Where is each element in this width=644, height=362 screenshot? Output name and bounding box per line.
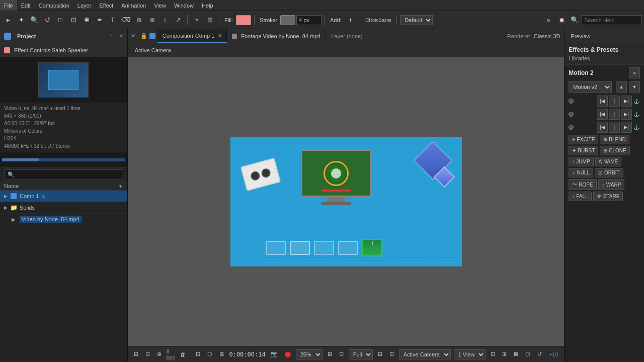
zoom-tool[interactable]: 🔍 xyxy=(28,14,40,26)
ease-out2[interactable]: ▶| xyxy=(621,109,632,120)
fill-color[interactable] xyxy=(236,15,251,25)
comp-tab-close[interactable]: ✕ xyxy=(128,29,138,43)
camera-select[interactable]: Active Camera xyxy=(399,349,451,359)
menu-window[interactable]: Window xyxy=(170,0,198,11)
name-btn[interactable]: A NAME xyxy=(595,157,622,166)
burst-btn[interactable]: ✦ BURST xyxy=(569,146,598,155)
playback-btn3[interactable]: ⊠ xyxy=(217,350,226,358)
menu-effect[interactable]: Effect xyxy=(95,0,117,11)
project-item-comp1[interactable]: ▶ Comp 1 ⊞ xyxy=(0,191,127,202)
ease-anchor1[interactable]: ⚓ xyxy=(633,99,640,104)
pen-tool[interactable]: ✦ xyxy=(15,14,27,26)
view-btn5[interactable]: ⬡ xyxy=(523,350,532,358)
null-btn[interactable]: ○ NULL xyxy=(569,168,593,177)
fall-btn[interactable]: ↓ FALL xyxy=(569,192,591,201)
ease-dot3[interactable] xyxy=(569,125,574,130)
warp-btn[interactable]: ⌂ WARP xyxy=(598,179,625,190)
ease-anchor2[interactable]: ⚓ xyxy=(633,112,640,117)
m2-up-btn[interactable]: ▲ xyxy=(616,81,627,93)
zoom-select[interactable]: 25% xyxy=(296,349,323,359)
default-dropdown[interactable]: Default xyxy=(400,15,433,25)
clone-btn[interactable]: ⊞ CLONE xyxy=(600,146,629,155)
orbit-btn[interactable]: ◎ ORBIT xyxy=(595,168,623,177)
brush-tool[interactable]: ✱ xyxy=(80,14,93,26)
ease-out3[interactable]: ▶| xyxy=(621,122,632,133)
comp-tab[interactable]: Composition Comp 1 ≡ xyxy=(157,29,227,43)
snap-tool[interactable]: ✦ xyxy=(191,14,203,26)
project-item-solids[interactable]: ▶ 📁 Solids xyxy=(0,202,127,214)
rope-btn[interactable]: 〜 ROPE xyxy=(569,179,596,190)
trash-btn[interactable]: 🗑 xyxy=(178,350,188,358)
comp1-triangle[interactable]: ▶ xyxy=(4,194,8,199)
playback-btn1[interactable]: ⊡ xyxy=(194,350,202,358)
search-btn[interactable]: 🔍 xyxy=(569,14,581,26)
project-expand-icon[interactable]: ✕ xyxy=(119,33,123,39)
add-btn[interactable]: + xyxy=(345,14,357,26)
project-search-input[interactable] xyxy=(4,169,123,179)
fit-btn[interactable]: ⊞ xyxy=(326,350,334,358)
expand-btn[interactable]: » xyxy=(542,14,554,26)
camera-tool[interactable]: ↗ xyxy=(172,14,184,26)
play-btn[interactable]: ⊟ xyxy=(132,350,140,358)
trans-btn[interactable]: ⊡ xyxy=(387,350,396,358)
ease-out1[interactable]: ▶| xyxy=(621,96,632,107)
plus10-btn[interactable]: +10 xyxy=(547,350,560,358)
menu-composition[interactable]: Composition xyxy=(35,0,73,11)
menu-help[interactable]: Help xyxy=(198,0,217,11)
ease-mid1[interactable]: | xyxy=(609,96,620,107)
info-btn[interactable]: 🔲 xyxy=(555,14,568,26)
menu-file[interactable]: File xyxy=(0,0,17,11)
footage-tab[interactable]: Footage Video by None_84.mp4 xyxy=(227,29,326,43)
ease-mid3[interactable]: | xyxy=(609,122,620,133)
playback-btn2[interactable]: ⬡ xyxy=(205,350,214,358)
loop-btn[interactable]: ⊡ xyxy=(143,350,152,358)
ease-dot1[interactable] xyxy=(569,99,574,104)
blend-btn[interactable]: ⊕ BLEND xyxy=(600,135,629,144)
cam-icon[interactable]: 📷 xyxy=(269,350,280,358)
search-help-input[interactable] xyxy=(582,15,642,25)
snap-btn[interactable]: ⊡ xyxy=(337,350,346,358)
ease-in3[interactable]: |◀ xyxy=(597,122,608,133)
lock-icon[interactable]: 🔒 xyxy=(138,29,149,43)
canvas-area[interactable]: 人人素材 人人素材 xyxy=(128,57,565,346)
view-btn3[interactable]: ⊞ xyxy=(500,350,509,358)
ease-in1[interactable]: |◀ xyxy=(597,96,608,107)
brush-tool2[interactable]: ⌫ xyxy=(120,14,132,26)
color-btn[interactable]: ⬤ xyxy=(283,350,293,358)
comp-tab-menu[interactable]: ≡ xyxy=(218,33,221,38)
layer-tab[interactable]: Layer (none) xyxy=(326,29,367,43)
stroke-width-input[interactable] xyxy=(296,15,321,25)
ease-in2[interactable]: |◀ xyxy=(597,109,608,120)
view-btn2[interactable]: ⊡ xyxy=(489,350,497,358)
rotobezier-checkbox[interactable]: ☐ xyxy=(365,18,369,23)
text-tool[interactable]: T xyxy=(107,14,119,26)
motion2-menu-btn[interactable]: ≡ xyxy=(629,67,640,78)
jump-btn[interactable]: ↑ JUMP xyxy=(569,157,593,166)
quality-select[interactable]: Full xyxy=(349,349,373,359)
shape-tool[interactable]: □ xyxy=(54,14,66,26)
menu-view[interactable]: View xyxy=(150,0,170,11)
puppet-tool[interactable]: ⊛ xyxy=(146,14,158,26)
excite-btn[interactable]: + EXCITE xyxy=(569,135,598,144)
project-item-video[interactable]: ▶ ▶ Video by None_84.mp4 xyxy=(0,214,127,225)
project-menu-icon[interactable]: ≡ xyxy=(110,33,113,39)
menu-layer[interactable]: Layer xyxy=(73,0,96,11)
ease-mid2[interactable]: | xyxy=(609,109,620,120)
stare-btn[interactable]: 👁 STARE xyxy=(593,192,623,201)
ease-anchor3[interactable]: ⚓ xyxy=(633,125,640,130)
preview-tab[interactable]: Preview xyxy=(565,29,596,43)
m2-down-btn[interactable]: ▼ xyxy=(629,81,640,93)
ease-dot2[interactable] xyxy=(569,112,574,117)
frame-btn[interactable]: ⊛ xyxy=(155,350,164,358)
menu-animation[interactable]: Animation xyxy=(117,0,150,11)
grid-btn[interactable]: ⊟ xyxy=(376,350,384,358)
view-btn4[interactable]: ⊠ xyxy=(512,350,520,358)
pen-tool2[interactable]: ✒ xyxy=(94,14,106,26)
view-btn6[interactable]: ↺ xyxy=(535,350,544,358)
view-select[interactable]: 1 View xyxy=(454,349,486,359)
select-tool[interactable]: ▸ xyxy=(2,14,14,26)
grid-tool[interactable]: ⊞ xyxy=(204,14,216,26)
effect-controls-tab[interactable]: Effect Controls Saieh Speaker xyxy=(0,43,127,57)
stroke-color[interactable] xyxy=(280,15,295,25)
shape-tool2[interactable]: ⊡ xyxy=(67,14,79,26)
